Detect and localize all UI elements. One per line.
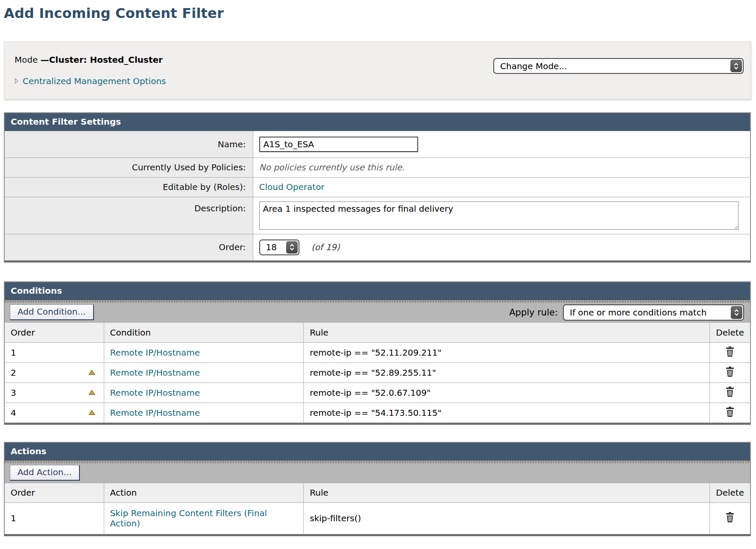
col-order: Order bbox=[5, 483, 104, 503]
condition-rule: remote-ip == "52.11.209.211" bbox=[310, 348, 441, 358]
condition-row: 4 Remote IP/Hostname remote-ip == "54.17… bbox=[5, 403, 750, 423]
order-label: Order: bbox=[5, 234, 253, 260]
condition-order: 4 bbox=[11, 408, 16, 418]
condition-link[interactable]: Remote IP/Hostname bbox=[110, 388, 200, 398]
col-order: Order bbox=[5, 323, 104, 342]
select-stepper-icon bbox=[730, 60, 742, 72]
delete-condition-button[interactable] bbox=[725, 406, 735, 417]
move-up-icon bbox=[88, 390, 95, 395]
condition-order: 1 bbox=[11, 348, 16, 358]
mode-label: Mode bbox=[15, 55, 38, 65]
action-rule: skip-filters() bbox=[310, 513, 361, 523]
actions-panel: Actions Add Action... Order Action Rule … bbox=[4, 442, 751, 536]
col-delete: Delete bbox=[710, 483, 750, 503]
trash-icon bbox=[725, 346, 735, 357]
col-action: Action bbox=[104, 483, 304, 503]
action-link[interactable]: Skip Remaining Content Filters (Final Ac… bbox=[110, 508, 267, 529]
add-action-button[interactable]: Add Action... bbox=[10, 465, 80, 481]
editable-roles-link[interactable]: Cloud Operator bbox=[259, 182, 325, 192]
policies-value: No policies currently use this rule. bbox=[259, 162, 405, 172]
disclosure-triangle-icon[interactable] bbox=[15, 78, 19, 84]
order-select[interactable]: 18 bbox=[259, 239, 299, 255]
name-input[interactable] bbox=[259, 137, 418, 152]
move-up-button[interactable] bbox=[88, 390, 95, 395]
order-select-value: 18 bbox=[260, 242, 286, 252]
col-delete: Delete bbox=[710, 323, 750, 342]
select-stepper-icon bbox=[731, 306, 742, 319]
conditions-header-row: Order Condition Rule Delete bbox=[5, 323, 750, 342]
trash-icon bbox=[725, 512, 735, 523]
delete-condition-button[interactable] bbox=[725, 346, 735, 357]
actions-header-row: Order Action Rule Delete bbox=[5, 483, 750, 503]
condition-row: 2 Remote IP/Hostname remote-ip == "52.89… bbox=[5, 362, 750, 383]
condition-link[interactable]: Remote IP/Hostname bbox=[110, 408, 200, 418]
settings-row-name: Name: bbox=[5, 131, 750, 158]
actions-toolbar: Add Action... bbox=[5, 461, 750, 483]
change-mode-select[interactable]: Change Mode... bbox=[493, 58, 744, 74]
settings-row-description: Description: Area 1 inspected messages f… bbox=[5, 197, 750, 234]
centralized-management-options-link[interactable]: Centralized Management Options bbox=[23, 76, 166, 86]
move-up-button[interactable] bbox=[88, 410, 95, 415]
apply-rule-select-value: If one or more conditions match bbox=[564, 307, 731, 318]
trash-icon bbox=[725, 366, 735, 377]
apply-rule-label: Apply rule: bbox=[509, 307, 558, 318]
condition-order: 3 bbox=[11, 388, 16, 398]
delete-condition-button[interactable] bbox=[725, 386, 735, 397]
move-up-button[interactable] bbox=[88, 370, 95, 375]
settings-row-policies: Currently Used by Policies: No policies … bbox=[5, 158, 750, 177]
move-up-icon bbox=[88, 410, 95, 415]
change-mode-select-value: Change Mode... bbox=[494, 61, 730, 71]
conditions-toolbar: Add Condition... Apply rule: If one or m… bbox=[5, 300, 750, 323]
select-stepper-icon bbox=[286, 241, 298, 254]
actions-header: Actions bbox=[5, 443, 750, 461]
action-order: 1 bbox=[11, 513, 16, 523]
conditions-header: Conditions bbox=[5, 282, 750, 300]
content-filter-settings-panel: Content Filter Settings Name: Currently … bbox=[4, 112, 751, 263]
condition-row: 1 Remote IP/Hostname remote-ip == "52.11… bbox=[5, 342, 750, 362]
page: Add Incoming Content Filter Mode —Cluste… bbox=[0, 0, 756, 549]
condition-row: 3 Remote IP/Hostname remote-ip == "52.0.… bbox=[5, 383, 750, 403]
action-row: 1 Skip Remaining Content Filters (Final … bbox=[5, 503, 750, 534]
description-label: Description: bbox=[5, 197, 253, 234]
trash-icon bbox=[725, 406, 735, 417]
col-rule: Rule bbox=[304, 483, 710, 503]
condition-link[interactable]: Remote IP/Hostname bbox=[110, 348, 200, 358]
col-rule: Rule bbox=[304, 323, 710, 342]
apply-rule-select[interactable]: If one or more conditions match bbox=[563, 304, 744, 321]
mode-panel: Mode —Cluster: Hosted_Cluster Centralize… bbox=[4, 41, 751, 99]
description-textarea[interactable]: Area 1 inspected messages for final deli… bbox=[259, 201, 738, 230]
delete-condition-button[interactable] bbox=[725, 366, 735, 377]
settings-header: Content Filter Settings bbox=[5, 113, 750, 131]
page-title: Add Incoming Content Filter bbox=[4, 5, 751, 21]
condition-order: 2 bbox=[11, 368, 16, 378]
condition-link[interactable]: Remote IP/Hostname bbox=[110, 368, 200, 378]
conditions-panel: Conditions Add Condition... Apply rule: … bbox=[4, 281, 751, 425]
condition-rule: remote-ip == "52.89.255.11" bbox=[310, 368, 436, 378]
delete-action-button[interactable] bbox=[725, 512, 735, 523]
name-label: Name: bbox=[5, 131, 253, 158]
settings-row-editable: Editable by (Roles): Cloud Operator bbox=[5, 177, 750, 197]
editable-label: Editable by (Roles): bbox=[5, 177, 253, 197]
condition-rule: remote-ip == "52.0.67.109" bbox=[310, 388, 431, 398]
mode-cluster-value: —Cluster: Hosted_Cluster bbox=[41, 55, 163, 65]
order-total-note: (of 19) bbox=[311, 242, 340, 252]
settings-row-order: Order: 18 (of 19) bbox=[5, 234, 750, 260]
add-condition-button[interactable]: Add Condition... bbox=[10, 304, 94, 320]
move-up-icon bbox=[88, 370, 95, 375]
trash-icon bbox=[725, 386, 735, 397]
policies-label: Currently Used by Policies: bbox=[5, 158, 253, 177]
condition-rule: remote-ip == "54.173.50.115" bbox=[310, 408, 441, 418]
col-condition: Condition bbox=[104, 323, 304, 342]
